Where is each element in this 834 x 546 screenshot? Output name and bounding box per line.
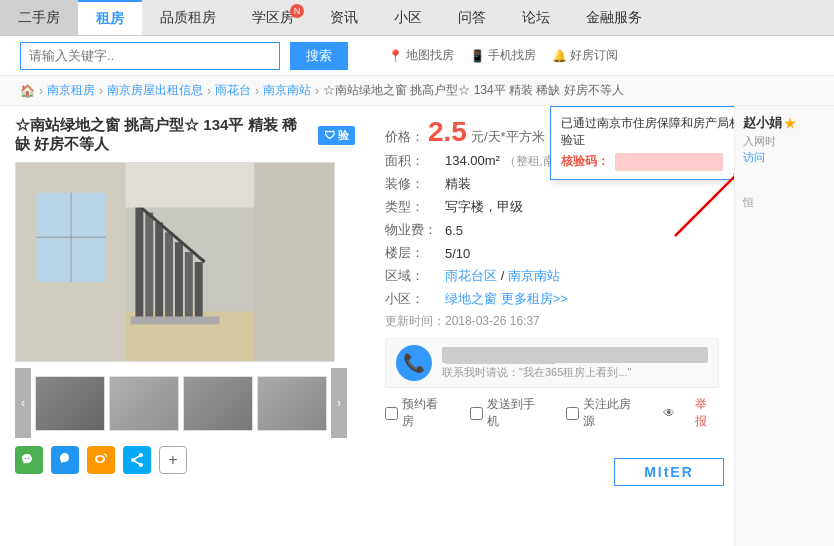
phone-tip: 联系我时请说："我在365租房上看到..." [442,365,708,380]
nav-item-news[interactable]: 资讯 [312,0,376,35]
heng-label: 恒 [743,195,826,210]
breadcrumb-current: ☆南站绿地之窗 挑高户型☆ 134平 精装 稀缺 好房不等人 [323,82,624,99]
type-value: 写字楼，甲级 [445,198,523,216]
wechat-icon[interactable] [15,446,43,474]
send-phone-action[interactable]: 发送到手机 [470,396,547,430]
bottom-icons-row: + [15,446,355,474]
breadcrumb-nanjingnan[interactable]: 南京南站 [263,82,311,99]
breadcrumb-yuhuatai[interactable]: 雨花台 [215,82,251,99]
agent-checkin-label: 入网时 [743,134,826,149]
station-link[interactable]: 南京南站 [508,268,560,283]
verify-popup-title: 已通过南京市住房保障和房产局权属验证 [561,115,734,149]
breadcrumb-rental-info[interactable]: 南京房屋出租信息 [107,82,203,99]
share-icon[interactable] [123,446,151,474]
district-label: 区域： [385,267,445,285]
decoration-label: 装修： [385,175,445,193]
breadcrumb-nanjing-rent[interactable]: 南京租房 [47,82,95,99]
detail-panel: 价格： 2.5 元/天*平方米 面积： 134.00m² （整租,南,面议） 装… [370,106,734,546]
breadcrumb-sep: › [39,84,43,98]
update-time-row: 更新时间：2018-03-26 16:37 [385,313,719,330]
agent-star-icon: ★ [784,116,796,131]
thumbnail-3[interactable] [183,376,253,431]
favorite-search[interactable]: 🔔 好房订阅 [552,47,618,64]
top-nav: 二手房 租房 品质租房 学区房 N 资讯 小区 问答 论坛 金融服务 [0,0,834,36]
phone-section: 📞 ███████████ 联系我时请说："我在365租房上看到..." [385,338,719,388]
price-label: 价格： [385,128,424,146]
nav-item-quality-rent[interactable]: 品质租房 [142,0,234,35]
verify-badge[interactable]: 🛡 验 [318,126,355,145]
nav-item-community[interactable]: 小区 [376,0,440,35]
svg-point-18 [28,458,30,460]
action-row: 预约看房 发送到手机 关注此房源 👁 举报 [385,396,719,430]
follow-action[interactable]: 关注此房源 [566,396,643,430]
district-link[interactable]: 雨花台区 [445,268,497,283]
svg-rect-12 [254,163,333,361]
type-label: 类型： [385,198,445,216]
community-link[interactable]: 绿地之窗 [445,291,497,306]
red-arrow [665,146,734,246]
agent-panel: 赵小娟 ★ 入网时 访问 恒 [734,106,834,546]
nav-item-forum[interactable]: 论坛 [504,0,568,35]
nav-item-rent[interactable]: 租房 [78,0,142,35]
nav-item-school[interactable]: 学区房 N [234,0,312,35]
svg-line-23 [133,460,141,465]
miter-box: MItER [614,458,724,486]
phone-icon: 📞 [396,345,432,381]
nav-item-second-hand[interactable]: 二手房 [0,0,78,35]
verify-code-label: 核验码： [561,153,609,170]
svg-rect-2 [135,203,143,322]
nav-item-qa[interactable]: 问答 [440,0,504,35]
search-tools: 📍 地图找房 📱 手机找房 🔔 好房订阅 [388,47,618,64]
property-fee-label: 物业费： [385,221,445,239]
floor-label: 楼层： [385,244,445,262]
nav-badge: N [290,4,304,18]
main-photo[interactable] [15,162,335,362]
phone-search[interactable]: 📱 手机找房 [470,47,536,64]
community-value: 绿地之窗 更多租房>> [445,290,568,308]
thumbnail-4[interactable] [257,376,327,431]
update-time-value: 更新时间：2018-03-26 16:37 [385,313,540,330]
weibo-icon[interactable] [87,446,115,474]
agent-visit-link[interactable]: 访问 [743,151,765,163]
svg-rect-9 [130,316,219,324]
next-thumb-arrow[interactable]: › [331,368,347,438]
prev-thumb-arrow[interactable]: ‹ [15,368,31,438]
add-icon[interactable]: + [159,446,187,474]
svg-rect-8 [195,262,203,321]
svg-rect-6 [175,242,183,321]
search-input[interactable] [20,42,280,70]
report-link[interactable]: 举报 [695,396,719,430]
svg-rect-3 [145,213,153,322]
svg-line-22 [133,455,141,460]
svg-rect-16 [126,163,255,208]
svg-rect-5 [165,232,173,321]
breadcrumb-home-icon[interactable]: 🏠 [20,84,35,98]
search-button[interactable]: 搜索 [290,42,348,70]
agent-name: 赵小娟 ★ [743,114,826,132]
listing-title-text: ☆南站绿地之窗 挑高户型☆ 134平 精装 稀缺 好房不等人 [15,116,310,154]
search-row: 搜索 📍 地图找房 📱 手机找房 🔔 好房订阅 [0,36,834,76]
price-value: 2.5 [428,116,467,148]
appointment-action[interactable]: 预约看房 [385,396,450,430]
svg-rect-7 [185,252,193,321]
property-fee-value: 6.5 [445,223,463,238]
nav-item-finance[interactable]: 金融服务 [568,0,660,35]
phone-info: ███████████ 联系我时请说："我在365租房上看到..." [442,347,708,380]
phone-number: ███████████ [442,347,708,363]
map-search[interactable]: 📍 地图找房 [388,47,454,64]
property-image [16,163,334,361]
qq-icon[interactable] [51,446,79,474]
district-row: 区域： 雨花台区 / 南京南站 [385,267,719,285]
area-label: 面积： [385,152,445,170]
svg-line-24 [675,166,734,236]
report-icon: 👁 [663,406,675,420]
more-rent-link[interactable]: 更多租房>> [501,291,568,306]
svg-rect-4 [155,222,163,321]
thumbnail-row: ‹ › [15,368,355,438]
left-panel: ☆南站绿地之窗 挑高户型☆ 134平 精装 稀缺 好房不等人 🛡 验 [0,106,370,546]
price-unit: 元/天*平方米 [471,128,545,146]
thumbnail-2[interactable] [109,376,179,431]
floor-value: 5/10 [445,246,470,261]
district-value: 雨花台区 / 南京南站 [445,267,560,285]
thumbnail-1[interactable] [35,376,105,431]
